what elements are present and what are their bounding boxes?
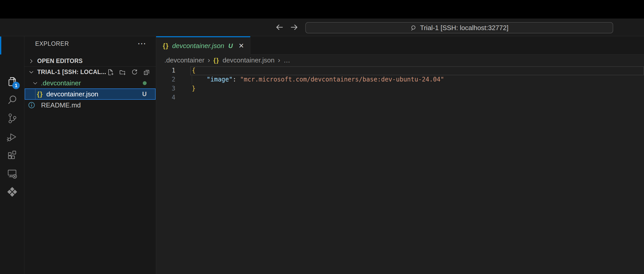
breadcrumb-symbol-tail[interactable]: … [283, 56, 290, 64]
remote-explorer-view-button[interactable] [0, 164, 24, 182]
active-view-indicator [0, 36, 1, 54]
arrow-left-icon [275, 23, 284, 32]
explorer-sidebar: EXPLORER ⋯ OPEN EDITORS TRIAL-1 [SSH: LO… [24, 36, 156, 274]
new-file-button[interactable] [107, 69, 114, 76]
activity-bar: 1 [0, 36, 24, 274]
collapse-all-button[interactable] [143, 69, 150, 76]
line-number: 2 [156, 75, 175, 84]
search-view-button[interactable] [0, 91, 24, 109]
code-line-3[interactable]: 3 } [156, 84, 644, 93]
close-tab-button[interactable]: ✕ [239, 42, 244, 50]
json-file-icon: {} [163, 42, 169, 50]
source-control-icon [6, 112, 18, 124]
breadcrumb-separator: › [208, 56, 210, 64]
breadcrumb-separator: › [278, 56, 280, 64]
code-editor[interactable]: 1 { 2 "image": "mcr.microsoft.com/devcon… [156, 66, 644, 274]
tab-devcontainer-json[interactable]: {} devcontainer.json U ✕ [156, 36, 250, 54]
workspace-section-header[interactable]: TRIAL-1 [SSH: LOCAL... [24, 66, 156, 78]
close-brace-token: } [192, 85, 195, 92]
arrow-right-icon [290, 23, 299, 32]
editor-area: {} devcontainer.json U ✕ .devcontainer ›… [156, 36, 644, 274]
source-control-badge: 1 [12, 82, 20, 89]
command-center-search[interactable]: Trial-1 [SSH: localhost:32772] [305, 22, 613, 33]
refresh-button[interactable] [131, 69, 138, 76]
title-bar: Trial-1 [SSH: localhost:32772] [0, 19, 644, 36]
line-number: 4 [156, 93, 175, 102]
sidebar-header: EXPLORER ⋯ [24, 36, 156, 51]
workspace-actions [107, 67, 150, 78]
tab-git-badge: U [228, 42, 233, 50]
run-debug-icon [6, 131, 18, 143]
command-center-label: Trial-1 [SSH: localhost:32772] [420, 24, 508, 32]
vscode-window: Trial-1 [SSH: localhost:32772] 1 [0, 0, 644, 274]
run-debug-view-button[interactable] [0, 128, 24, 146]
colon-token: : [233, 76, 240, 83]
git-changes-dot [143, 81, 147, 85]
tree-item-devcontainer-json-selected[interactable]: {} devcontainer.json U [25, 88, 156, 100]
json-file-icon: {} [37, 90, 43, 98]
search-icon [410, 24, 417, 31]
code-line-4[interactable]: 4 [156, 93, 644, 102]
indent-token [192, 76, 207, 83]
more-actions-button[interactable]: ⋯ [137, 38, 147, 49]
current-line-highlight [190, 66, 644, 75]
menu-bar [0, 0, 644, 19]
remote-explorer-icon [6, 167, 18, 179]
sidebar-title: EXPLORER [35, 40, 69, 47]
open-editors-section[interactable]: OPEN EDITORS [24, 56, 156, 66]
tab-bar: {} devcontainer.json U ✕ [156, 36, 644, 54]
breadcrumb-folder[interactable]: .devcontainer [164, 56, 204, 64]
chevron-right-icon [28, 58, 35, 65]
breadcrumb-file[interactable]: devcontainer.json [223, 56, 274, 64]
code-line-2[interactable]: 2 "image": "mcr.microsoft.com/devcontain… [156, 75, 644, 84]
line-number: 3 [156, 84, 175, 93]
json-key-token: "image" [207, 76, 233, 83]
workspace-label: TRIAL-1 [SSH: LOCAL... [37, 69, 106, 76]
json-file-icon: {} [213, 57, 219, 64]
extensions-view-button[interactable] [0, 146, 24, 164]
chevron-down-icon [28, 69, 35, 76]
editor-indent-guide [192, 76, 192, 84]
tree-item-devcontainer-folder[interactable]: .devcontainer [24, 78, 156, 88]
tab-label: devcontainer.json [172, 42, 224, 50]
breadcrumb: .devcontainer › {} devcontainer.json › … [156, 54, 644, 66]
file-name: README.md [41, 101, 81, 109]
git-untracked-badge: U [142, 90, 147, 98]
info-icon [28, 102, 35, 109]
navigate-back-button[interactable] [274, 19, 285, 36]
navigate-forward-button[interactable] [289, 19, 300, 36]
tree-item-readme[interactable]: README.md [24, 100, 156, 111]
open-editors-label: OPEN EDITORS [37, 58, 83, 65]
json-string-token: "mcr.microsoft.com/devcontainers/base:de… [240, 76, 444, 83]
explorer-view-button[interactable] [0, 73, 24, 91]
file-name: devcontainer.json [46, 90, 98, 98]
source-control-view-button[interactable] [0, 109, 24, 127]
folder-name: .devcontainer [41, 79, 81, 87]
containers-view-button[interactable] [0, 183, 24, 201]
chevron-down-icon [32, 80, 39, 87]
search-icon [6, 94, 18, 106]
extensions-icon [6, 149, 18, 161]
new-folder-button[interactable] [119, 69, 126, 76]
indent-guide [35, 89, 35, 99]
line-number: 1 [156, 66, 175, 75]
diamond-grid-icon [6, 186, 18, 198]
